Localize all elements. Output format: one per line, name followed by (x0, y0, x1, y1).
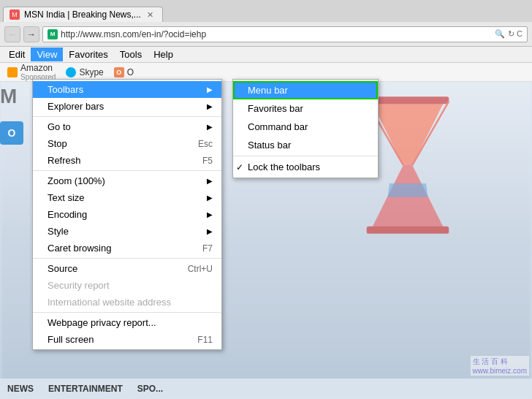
bottom-bar: NEWS ENTERTAINMENT SPO... (0, 379, 532, 399)
view-menu-item-security: Security report (33, 277, 221, 294)
active-tab[interactable]: M MSN India | Breaking News,... ✕ (3, 7, 163, 22)
view-menu-item-toolbars[interactable]: Toolbars ▶ (33, 81, 221, 98)
zoom-arrow: ▶ (207, 177, 213, 185)
address-search-icon: 🔍 (495, 29, 505, 39)
submenu-separator (233, 156, 378, 156)
view-menu-item-caret[interactable]: Caret browsing F7 (33, 240, 221, 256)
bottom-sports[interactable]: SPO... (137, 384, 163, 394)
site-favicon: M (48, 29, 58, 39)
explorer-bars-arrow: ▶ (207, 102, 213, 110)
caret-label: Caret browsing (48, 243, 111, 254)
favoritesbar-label: Favorites bar (248, 103, 303, 114)
svg-marker-6 (388, 183, 428, 197)
view-menu-item-text-size[interactable]: Text size ▶ (33, 189, 221, 206)
view-menu-item-refresh[interactable]: Refresh F5 (33, 152, 221, 169)
explorer-bars-label: Explorer bars (48, 101, 104, 112)
separator-1 (33, 116, 221, 117)
text-size-arrow: ▶ (207, 194, 213, 202)
bottom-news[interactable]: NEWS (7, 384, 34, 394)
submenu-item-lock[interactable]: ✓ Lock the toolbars (233, 158, 378, 176)
menu-item-tools[interactable]: Tools (114, 48, 148, 61)
watermark: 生 活 百 科 www.bimeiz.com (471, 356, 529, 376)
refresh-shortcut: F5 (202, 156, 213, 166)
style-label: Style (48, 226, 69, 237)
svg-rect-3 (367, 227, 449, 234)
menubar-label: Menu bar (248, 85, 288, 96)
forward-button[interactable]: → (23, 26, 39, 42)
menu-item-help[interactable]: Help (148, 48, 179, 61)
view-menu-item-style[interactable]: Style ▶ (33, 223, 221, 240)
skype-label: Skype (79, 67, 103, 77)
zoom-label: Zoom (100%) (48, 175, 105, 186)
favorites-item-skype[interactable]: Skype (63, 66, 106, 78)
source-shortcut: Ctrl+U (188, 264, 213, 274)
separator-3 (33, 258, 221, 259)
tab-title: MSN India | Breaking News,... (24, 10, 141, 20)
submenu-item-commandbar[interactable]: Command bar (233, 118, 378, 136)
source-label: Source (48, 263, 77, 274)
amazon-name: Amazon (20, 63, 56, 73)
office-favicon: O (114, 67, 124, 77)
view-menu-item-goto[interactable]: Go to ▶ (33, 118, 221, 135)
office-label: O (127, 67, 134, 77)
svg-rect-2 (367, 96, 449, 104)
back-button[interactable]: ← (4, 26, 20, 42)
text-size-label: Text size (48, 192, 85, 203)
tab-favicon: M (10, 10, 20, 20)
skype-favicon (66, 67, 76, 77)
caret-shortcut: F7 (202, 243, 213, 254)
menu-item-edit[interactable]: Edit (3, 48, 31, 61)
encoding-label: Encoding (48, 209, 87, 220)
bottom-entertainment[interactable]: ENTERTAINMENT (48, 384, 123, 394)
amazon-favicon (7, 67, 18, 77)
view-menu-item-zoom[interactable]: Zoom (100%) ▶ (33, 172, 221, 189)
address-box[interactable]: M http://www.msn.com/en-in/?ocid=iehp 🔍 … (42, 26, 528, 42)
toolbars-label: Toolbars (48, 84, 83, 95)
stop-shortcut: Esc (198, 139, 213, 149)
intl-label: International website address (48, 297, 171, 308)
lock-check: ✓ (236, 162, 243, 172)
msn-logo: M (0, 85, 17, 108)
separator-2 (33, 170, 221, 171)
view-menu-item-fullscreen[interactable]: Full screen F11 (33, 331, 221, 348)
toolbars-arrow: ▶ (207, 86, 213, 94)
goto-arrow: ▶ (207, 123, 213, 131)
view-menu-item-stop[interactable]: Stop Esc (33, 135, 221, 152)
statusbar-label: Status bar (248, 140, 291, 151)
refresh-label: Refresh (48, 155, 81, 166)
favorites-item-office[interactable]: O O (111, 66, 137, 78)
lock-label: Lock the toolbars (248, 162, 320, 172)
submenu-item-favoritesbar[interactable]: Favorites bar (233, 99, 378, 118)
address-refresh-icon[interactable]: ↻ C (508, 29, 522, 39)
watermark-text1: 生 活 百 科 (473, 357, 527, 367)
browser-frame: M MSN India | Breaking News,... ✕ ← → M … (0, 0, 532, 399)
submenu-item-menubar[interactable]: Menu bar (233, 81, 378, 99)
submenu-item-statusbar[interactable]: Status bar (233, 136, 378, 154)
commandbar-label: Command bar (248, 121, 308, 132)
menu-item-favorites[interactable]: Favorites (63, 48, 113, 61)
separator-4 (33, 312, 221, 313)
tab-bar: M MSN India | Breaking News,... ✕ (0, 0, 532, 22)
address-text: http://www.msn.com/en-in/?ocid=iehp (61, 29, 492, 39)
menu-item-view[interactable]: View (31, 48, 63, 61)
view-menu-item-privacy[interactable]: Webpage privacy report... (33, 314, 221, 331)
fullscreen-label: Full screen (48, 334, 94, 345)
goto-label: Go to (48, 121, 71, 132)
toolbars-submenu: Menu bar Favorites bar Command bar Statu… (232, 79, 379, 178)
view-menu-item-encoding[interactable]: Encoding ▶ (33, 206, 221, 223)
watermark-text2: www.bimeiz.com (473, 367, 527, 375)
encoding-arrow: ▶ (207, 210, 213, 218)
menu-bar: Edit View Favorites Tools Help (0, 47, 532, 63)
privacy-label: Webpage privacy report... (48, 317, 156, 328)
view-menu-item-intl: International website address (33, 294, 221, 311)
address-bar-area: ← → M http://www.msn.com/en-in/?ocid=ieh… (0, 22, 532, 47)
view-menu-item-source[interactable]: Source Ctrl+U (33, 260, 221, 277)
svg-marker-1 (371, 102, 444, 166)
content-area: M O Amazon Sponsored (0, 63, 532, 399)
fullscreen-shortcut: F11 (197, 335, 213, 345)
view-menu-item-explorer-bars[interactable]: Explorer bars ▶ (33, 98, 221, 115)
stop-label: Stop (48, 138, 67, 149)
outlook-icon: O (0, 121, 23, 145)
tab-close-button[interactable]: ✕ (145, 10, 155, 20)
view-menu-dropdown: Toolbars ▶ Explorer bars ▶ Go to ▶ Stop … (32, 79, 222, 350)
